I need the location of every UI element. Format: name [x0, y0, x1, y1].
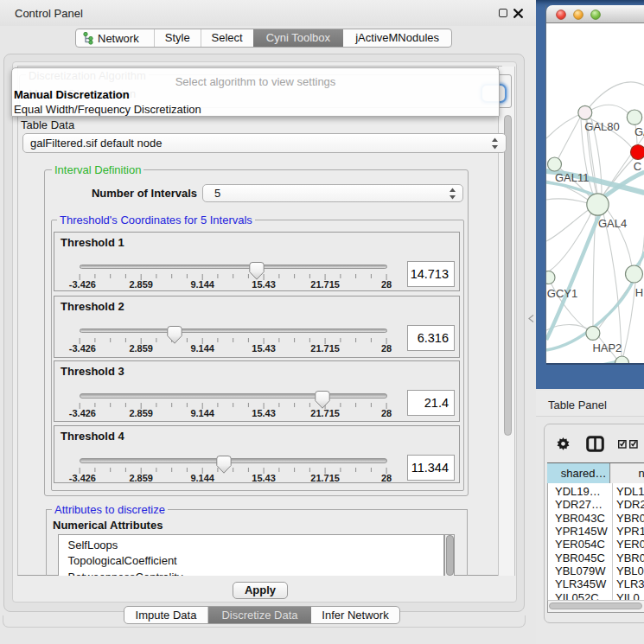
svg-text:HAP2: HAP2 — [592, 341, 622, 354]
svg-text:H: H — [635, 286, 643, 299]
svg-text:GAL11: GAL11 — [555, 171, 590, 184]
svg-text:GAL80: GAL80 — [584, 120, 619, 133]
svg-text:C: C — [634, 160, 641, 173]
svg-text:GAL4: GAL4 — [598, 217, 627, 230]
svg-text:GA: GA — [634, 125, 644, 138]
svg-text:GCY1: GCY1 — [547, 287, 577, 300]
